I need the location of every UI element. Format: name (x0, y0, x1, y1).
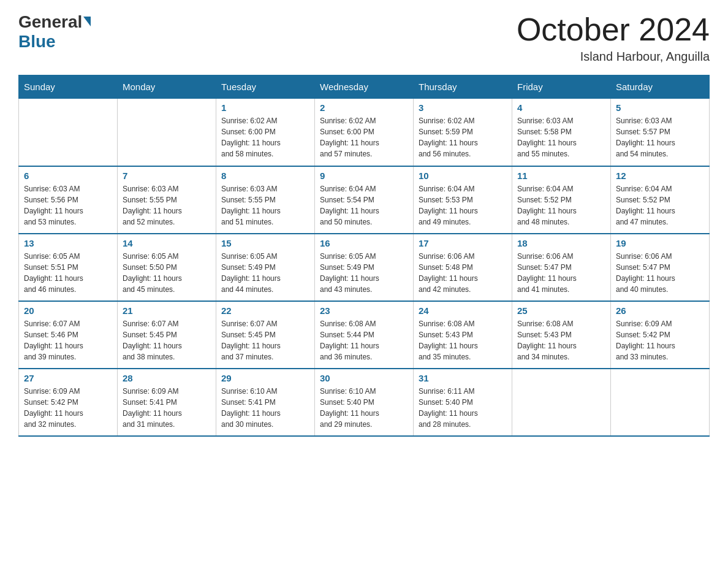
day-info: Sunrise: 6:04 AM Sunset: 5:53 PM Dayligh… (419, 183, 507, 228)
calendar-cell: 13Sunrise: 6:05 AM Sunset: 5:51 PM Dayli… (19, 234, 118, 301)
day-number: 8 (221, 170, 309, 181)
calendar-cell: 1Sunrise: 6:02 AM Sunset: 6:00 PM Daylig… (216, 99, 315, 166)
calendar-cell: 10Sunrise: 6:04 AM Sunset: 5:53 PM Dayli… (414, 166, 512, 234)
day-number: 23 (320, 305, 408, 316)
day-info: Sunrise: 6:09 AM Sunset: 5:42 PM Dayligh… (24, 386, 112, 430)
day-number: 15 (221, 238, 309, 248)
calendar-header-row: SundayMondayTuesdayWednesdayThursdayFrid… (19, 75, 710, 99)
day-number: 4 (517, 102, 605, 113)
calendar-week-row: 20Sunrise: 6:07 AM Sunset: 5:46 PM Dayli… (19, 301, 710, 369)
day-number: 26 (616, 305, 704, 316)
calendar-cell: 15Sunrise: 6:05 AM Sunset: 5:49 PM Dayli… (216, 234, 315, 301)
day-info: Sunrise: 6:10 AM Sunset: 5:41 PM Dayligh… (221, 386, 309, 430)
calendar-cell: 26Sunrise: 6:09 AM Sunset: 5:42 PM Dayli… (611, 301, 710, 369)
day-number: 25 (517, 305, 605, 316)
day-number: 29 (221, 373, 309, 383)
day-info: Sunrise: 6:03 AM Sunset: 5:58 PM Dayligh… (517, 115, 605, 159)
calendar-week-row: 1Sunrise: 6:02 AM Sunset: 6:00 PM Daylig… (19, 99, 710, 166)
day-info: Sunrise: 6:09 AM Sunset: 5:41 PM Dayligh… (123, 386, 211, 430)
day-number: 19 (616, 238, 704, 248)
calendar-header-wednesday: Wednesday (315, 75, 414, 99)
calendar-cell: 29Sunrise: 6:10 AM Sunset: 5:41 PM Dayli… (216, 369, 315, 436)
day-number: 11 (517, 170, 605, 181)
day-number: 20 (24, 305, 112, 316)
calendar-cell: 22Sunrise: 6:07 AM Sunset: 5:45 PM Dayli… (216, 301, 315, 369)
calendar-cell: 25Sunrise: 6:08 AM Sunset: 5:43 PM Dayli… (512, 301, 611, 369)
day-number: 7 (123, 170, 211, 181)
day-info: Sunrise: 6:10 AM Sunset: 5:40 PM Dayligh… (320, 386, 408, 430)
calendar-week-row: 27Sunrise: 6:09 AM Sunset: 5:42 PM Dayli… (19, 369, 710, 436)
calendar-cell (118, 99, 216, 166)
day-number: 28 (123, 373, 211, 383)
page-header: General Blue October 2024 Island Harbour… (18, 12, 710, 64)
calendar-cell: 4Sunrise: 6:03 AM Sunset: 5:58 PM Daylig… (512, 99, 611, 166)
day-info: Sunrise: 6:04 AM Sunset: 5:52 PM Dayligh… (517, 183, 605, 228)
day-info: Sunrise: 6:06 AM Sunset: 5:47 PM Dayligh… (616, 251, 704, 295)
calendar-cell: 31Sunrise: 6:11 AM Sunset: 5:40 PM Dayli… (414, 369, 512, 436)
calendar-cell (512, 369, 611, 436)
day-number: 9 (320, 170, 408, 181)
calendar-cell: 19Sunrise: 6:06 AM Sunset: 5:47 PM Dayli… (611, 234, 710, 301)
calendar-week-row: 13Sunrise: 6:05 AM Sunset: 5:51 PM Dayli… (19, 234, 710, 301)
calendar-header-thursday: Thursday (414, 75, 512, 99)
day-info: Sunrise: 6:08 AM Sunset: 5:44 PM Dayligh… (320, 318, 408, 362)
calendar-cell: 14Sunrise: 6:05 AM Sunset: 5:50 PM Dayli… (118, 234, 216, 301)
calendar-week-row: 6Sunrise: 6:03 AM Sunset: 5:56 PM Daylig… (19, 166, 710, 234)
month-year-title: October 2024 (517, 12, 710, 47)
day-info: Sunrise: 6:07 AM Sunset: 5:45 PM Dayligh… (221, 318, 309, 362)
calendar-cell: 21Sunrise: 6:07 AM Sunset: 5:45 PM Dayli… (118, 301, 216, 369)
calendar-cell: 11Sunrise: 6:04 AM Sunset: 5:52 PM Dayli… (512, 166, 611, 234)
day-info: Sunrise: 6:03 AM Sunset: 5:56 PM Dayligh… (24, 183, 112, 228)
calendar-header-saturday: Saturday (611, 75, 710, 99)
day-info: Sunrise: 6:02 AM Sunset: 5:59 PM Dayligh… (419, 115, 507, 159)
day-number: 5 (616, 102, 704, 113)
calendar-cell: 7Sunrise: 6:03 AM Sunset: 5:55 PM Daylig… (118, 166, 216, 234)
day-number: 13 (24, 238, 112, 248)
day-info: Sunrise: 6:04 AM Sunset: 5:52 PM Dayligh… (616, 183, 704, 228)
calendar-cell: 27Sunrise: 6:09 AM Sunset: 5:42 PM Dayli… (19, 369, 118, 436)
calendar-header-monday: Monday (118, 75, 216, 99)
day-number: 12 (616, 170, 704, 181)
day-info: Sunrise: 6:06 AM Sunset: 5:47 PM Dayligh… (517, 251, 605, 295)
day-number: 22 (221, 305, 309, 316)
day-number: 2 (320, 102, 408, 113)
day-info: Sunrise: 6:03 AM Sunset: 5:55 PM Dayligh… (221, 183, 309, 228)
day-info: Sunrise: 6:05 AM Sunset: 5:49 PM Dayligh… (320, 251, 408, 295)
day-info: Sunrise: 6:11 AM Sunset: 5:40 PM Dayligh… (419, 386, 507, 430)
day-info: Sunrise: 6:08 AM Sunset: 5:43 PM Dayligh… (419, 318, 507, 362)
day-info: Sunrise: 6:05 AM Sunset: 5:51 PM Dayligh… (24, 251, 112, 295)
day-number: 30 (320, 373, 408, 383)
day-number: 18 (517, 238, 605, 248)
calendar-cell: 2Sunrise: 6:02 AM Sunset: 6:00 PM Daylig… (315, 99, 414, 166)
calendar-table: SundayMondayTuesdayWednesdayThursdayFrid… (18, 75, 710, 437)
logo-general-text: General (18, 12, 82, 32)
day-number: 17 (419, 238, 507, 248)
calendar-cell: 3Sunrise: 6:02 AM Sunset: 5:59 PM Daylig… (414, 99, 512, 166)
location-subtitle: Island Harbour, Anguilla (517, 50, 710, 64)
calendar-cell: 24Sunrise: 6:08 AM Sunset: 5:43 PM Dayli… (414, 301, 512, 369)
day-info: Sunrise: 6:02 AM Sunset: 6:00 PM Dayligh… (221, 115, 309, 159)
day-number: 3 (419, 102, 507, 113)
calendar-cell: 28Sunrise: 6:09 AM Sunset: 5:41 PM Dayli… (118, 369, 216, 436)
calendar-header-tuesday: Tuesday (216, 75, 315, 99)
day-number: 14 (123, 238, 211, 248)
day-info: Sunrise: 6:03 AM Sunset: 5:55 PM Dayligh… (123, 183, 211, 228)
calendar-cell: 17Sunrise: 6:06 AM Sunset: 5:48 PM Dayli… (414, 234, 512, 301)
calendar-cell: 20Sunrise: 6:07 AM Sunset: 5:46 PM Dayli… (19, 301, 118, 369)
logo-blue-text: Blue (18, 32, 56, 52)
day-number: 10 (419, 170, 507, 181)
day-number: 16 (320, 238, 408, 248)
day-number: 1 (221, 102, 309, 113)
day-info: Sunrise: 6:04 AM Sunset: 5:54 PM Dayligh… (320, 183, 408, 228)
calendar-cell: 23Sunrise: 6:08 AM Sunset: 5:44 PM Dayli… (315, 301, 414, 369)
calendar-cell: 6Sunrise: 6:03 AM Sunset: 5:56 PM Daylig… (19, 166, 118, 234)
calendar-cell: 16Sunrise: 6:05 AM Sunset: 5:49 PM Dayli… (315, 234, 414, 301)
day-info: Sunrise: 6:07 AM Sunset: 5:46 PM Dayligh… (24, 318, 112, 362)
day-info: Sunrise: 6:06 AM Sunset: 5:48 PM Dayligh… (419, 251, 507, 295)
logo: General Blue (18, 12, 91, 52)
day-number: 27 (24, 373, 112, 383)
calendar-header-sunday: Sunday (19, 75, 118, 99)
day-info: Sunrise: 6:09 AM Sunset: 5:42 PM Dayligh… (616, 318, 704, 362)
day-info: Sunrise: 6:07 AM Sunset: 5:45 PM Dayligh… (123, 318, 211, 362)
calendar-cell: 30Sunrise: 6:10 AM Sunset: 5:40 PM Dayli… (315, 369, 414, 436)
